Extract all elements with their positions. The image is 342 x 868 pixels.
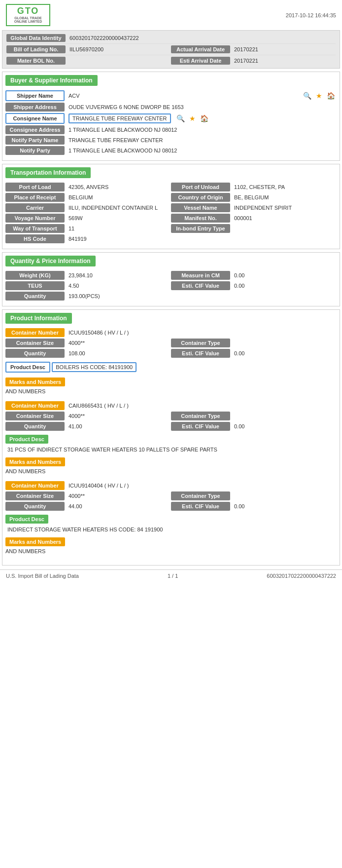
container-num-value-1: ICUU9150486 ( HV / L / ) — [68, 330, 337, 336]
c1-size-col: Container Size 4000** — [5, 339, 171, 347]
weight-measure-row: Weight (KG) 23,984.10 Measure in CM 0.00 — [5, 271, 337, 280]
teus-col: TEUS 4.50 — [5, 281, 171, 290]
c3-product-desc-section: Product Desc INDIRECT STORAGE WATER HEAT… — [5, 513, 337, 533]
buyer-supplier-title: Buyer & Supplier Information — [5, 75, 98, 86]
quantity-price-title: Quantity & Price Information — [5, 256, 96, 266]
voyage-label: Voyage Number — [5, 214, 65, 223]
global-data-value: 60032017022200000437222 — [69, 35, 139, 41]
c3-size-label: Container Size — [5, 491, 65, 500]
c1-type-col: Container Type — [171, 339, 337, 347]
c1-product-desc-label: Product Desc — [5, 362, 50, 373]
qp-quantity-label: Quantity — [5, 292, 65, 301]
country-origin-value: BE, BELGIUM — [234, 194, 337, 200]
inbond-label: In-bond Entry Type — [171, 224, 230, 233]
c3-product-desc-value: INDIRECT STORAGE WATER HEATERS HS CODE: … — [5, 526, 337, 533]
bol-label: Bill of Lading No. — [6, 45, 66, 53]
esti-col: Esti Arrival Date 20170221 — [171, 57, 336, 65]
c3-size-value: 4000** — [68, 493, 171, 499]
port-unload-value: 1102, CHESTER, PA — [234, 184, 337, 190]
consignee-name-label: Consignee Name — [5, 113, 65, 124]
search-icon[interactable]: 🔍 — [302, 91, 312, 101]
manifest-value: 000001 — [234, 215, 337, 221]
container-num-row-2: Container Number CAIU8665431 ( HV / L / … — [5, 401, 337, 410]
top-info-section: Global Data Identity 6003201702220000043… — [2, 30, 340, 69]
c2-qty-label: Quantity — [5, 422, 65, 431]
mater-esti-row: Mater BOL No. Esti Arrival Date 20170221 — [6, 55, 336, 66]
way-inbond-row: Way of Transport 11 In-bond Entry Type — [5, 224, 337, 233]
notify-party-name-label: Notify Party Name — [5, 136, 65, 145]
carrier-col: Carrier IILU, INDEPENDENT CONTAINER L — [5, 203, 171, 212]
actual-arrival-label: Actual Arrival Date — [171, 45, 230, 53]
mbol-col: Mater BOL No. — [6, 57, 171, 65]
star-icon-consignee[interactable]: ★ — [188, 113, 198, 123]
quantity-price-section: Quantity & Price Information Weight (KG)… — [2, 252, 340, 306]
teus-label: TEUS — [5, 281, 65, 290]
esti-arrival-label: Esti Arrival Date — [171, 57, 230, 65]
c2-marks-value: AND NUMBERS — [5, 467, 337, 475]
qp-esti-value: 0.00 — [234, 283, 337, 289]
country-origin-col: Country of Origin BE, BELGIUM — [171, 193, 337, 202]
footer-right: 60032017022200000437222 — [267, 573, 336, 579]
shipper-address-label: Shipper Address — [5, 103, 65, 112]
quantity-price-content: Weight (KG) 23,984.10 Measure in CM 0.00… — [2, 268, 340, 306]
qp-esti-col: Esti. CIF Value 0.00 — [171, 281, 337, 290]
qp-quantity-value: 193.00(PCS) — [68, 293, 337, 299]
notify-party-name-row: Notify Party Name TRIANGLE TUBE FREEWAY … — [5, 136, 337, 145]
c3-product-desc-label: Product Desc — [5, 515, 48, 524]
search-icon-consignee[interactable]: 🔍 — [176, 113, 186, 123]
port-unload-label: Port of Unload — [171, 183, 230, 191]
page-footer: U.S. Import Bill of Lading Data 1 / 1 60… — [0, 569, 342, 582]
c2-cif-label: Esti. CIF Value — [171, 422, 230, 431]
c2-cif-value: 0.00 — [234, 423, 337, 429]
consignee-address-label: Consignee Address — [5, 125, 65, 134]
logo-gto-text: GTO — [8, 6, 48, 16]
logo-container: GTO GLOBAL TRADE ONLINE LIMITED — [6, 4, 50, 26]
weight-label: Weight (KG) — [5, 271, 65, 280]
c3-size-type-row: Container Size 4000** Container Type — [5, 491, 337, 500]
measure-label: Measure in CM — [171, 271, 230, 280]
c2-qty-col: Quantity 41.00 — [5, 422, 171, 431]
c3-marks-section: Marks and Numbers AND NUMBERS — [5, 535, 337, 555]
qp-quantity-row: Quantity 193.00(PCS) — [5, 292, 337, 301]
container-num-row-3: Container Number ICUU9140404 ( HV / L / … — [5, 481, 337, 490]
c3-qty-col: Quantity 44.00 — [5, 502, 171, 511]
home-icon[interactable]: 🏠 — [326, 91, 336, 101]
container-block-1: Container Number ICUU9150486 ( HV / L / … — [5, 328, 337, 398]
c1-qty-col: Quantity 108.00 — [5, 349, 171, 358]
carrier-value: IILU, INDEPENDENT CONTAINER L — [68, 205, 171, 211]
vessel-col: Vessel Name INDEPENDENT SPIRIT — [171, 203, 337, 212]
logo-sub-text: GLOBAL TRADE ONLINE LIMITED — [8, 16, 48, 24]
home-icon-consignee[interactable]: 🏠 — [200, 113, 209, 123]
bol-value: IILU56970200 — [69, 46, 103, 52]
c2-product-desc-section: Product Desc 31 PCS OF INDIRECT STORAGE … — [5, 433, 337, 453]
way-transport-col: Way of Transport 11 — [5, 224, 171, 233]
c2-size-value: 4000** — [68, 413, 171, 419]
c2-marks-label: Marks and Numbers — [5, 457, 65, 466]
carrier-label: Carrier — [5, 203, 65, 212]
c2-size-label: Container Size — [5, 412, 65, 420]
hs-code-label: HS Code — [5, 234, 65, 243]
c3-qty-cif-row: Quantity 44.00 Esti. CIF Value 0.00 — [5, 502, 337, 511]
c3-cif-col: Esti. CIF Value 0.00 — [171, 502, 337, 511]
container-num-label-3: Container Number — [5, 481, 65, 490]
country-origin-label: Country of Origin — [171, 193, 230, 202]
c3-qty-value: 44.00 — [68, 503, 171, 509]
c3-type-label: Container Type — [171, 491, 230, 500]
measure-value: 0.00 — [234, 272, 337, 278]
voyage-value: 569W — [68, 215, 171, 221]
c1-marks-value: AND NUMBERS — [5, 387, 337, 395]
c1-cif-value: 0.00 — [234, 350, 337, 356]
shipper-address-row: Shipper Address OUDE VIJVERWEG 6 NONE DW… — [5, 103, 337, 112]
c2-qty-value: 41.00 — [68, 423, 171, 429]
shipper-icons: 🔍 ★ 🏠 — [301, 91, 337, 101]
place-receipt-value: BELGIUM — [68, 194, 171, 200]
footer-left: U.S. Import Bill of Lading Data — [6, 573, 79, 579]
c1-cif-label: Esti. CIF Value — [171, 349, 230, 358]
c1-marks-label: Marks and Numbers — [5, 377, 65, 386]
consignee-icons: 🔍 ★ 🏠 — [175, 113, 210, 123]
container-num-value-2: CAIU8665431 ( HV / L / ) — [68, 403, 337, 409]
transportation-title: Transportation Information — [5, 167, 91, 178]
teus-cif-row: TEUS 4.50 Esti. CIF Value 0.00 — [5, 281, 337, 290]
shipper-address-value: OUDE VIJVERWEG 6 NONE DWORP BE 1653 — [68, 104, 337, 110]
star-icon[interactable]: ★ — [314, 91, 324, 101]
